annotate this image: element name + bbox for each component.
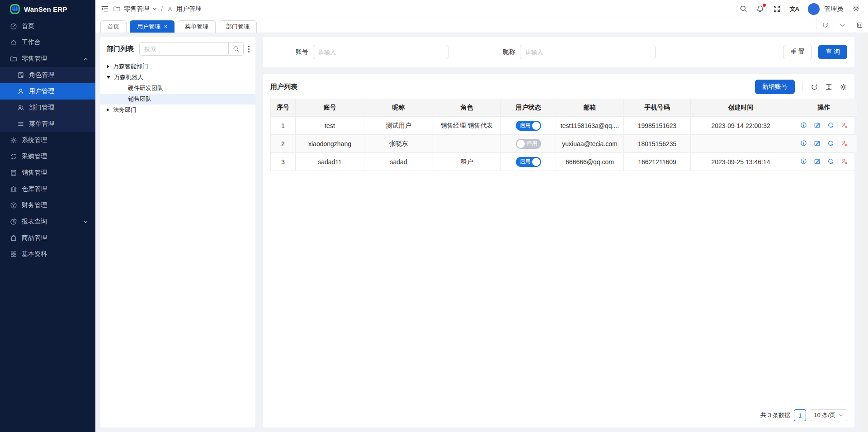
notification-dot <box>763 4 766 7</box>
table-row: 1 test 测试用户 销售经理 销售代表 启用 test1158163a@qq… <box>271 117 857 135</box>
department-tree: 万森智能部门 万森机器人 硬件研发团队 销售团队 法务部门 <box>100 61 255 115</box>
nickname-input[interactable] <box>520 45 656 59</box>
tab-menu-mgmt[interactable]: 菜单管理 <box>178 20 216 33</box>
remove-user-icon[interactable] <box>837 140 851 147</box>
sidebar-item-report-query[interactable]: 报表查询 <box>0 214 95 230</box>
page-size-select[interactable]: 10 条/页 <box>810 409 847 421</box>
user-table: 序号 账号 昵称 角色 用户状态 邮箱 手机号码 创建时间 操作 1 test <box>270 99 857 171</box>
add-account-button[interactable]: 新增账号 <box>755 80 795 94</box>
caret-down-icon[interactable] <box>107 76 110 79</box>
tree-item-wansen-smart[interactable]: 万森智能部门 <box>100 61 255 72</box>
col-status: 用户状态 <box>501 99 556 117</box>
sidebar-item-user-mgmt[interactable]: 用户管理 <box>0 83 95 100</box>
tab-close-icon[interactable]: × <box>164 24 167 29</box>
page-scrollbar[interactable] <box>861 33 868 432</box>
edit-icon[interactable] <box>810 158 824 165</box>
sidebar: WanSen ERP 首页 工作台 零售管理 角色管理 用户管理 <box>0 0 95 432</box>
col-email: 邮箱 <box>556 99 624 117</box>
pagination: 共 3 条数据 1 10 条/页 <box>760 409 847 421</box>
filter-card: 账号 昵称 重 置 查 询 <box>263 37 854 67</box>
status-toggle[interactable]: 停用 <box>516 139 541 149</box>
tree-item-sales-team[interactable]: 销售团队 <box>100 94 255 104</box>
fullscreen-icon[interactable] <box>773 5 781 13</box>
page-1-button[interactable]: 1 <box>794 409 806 421</box>
breadcrumb-root[interactable]: 零售管理 <box>124 5 149 13</box>
info-icon[interactable] <box>797 158 810 165</box>
sidebar-item-label: 首页 <box>22 22 34 30</box>
sidebar-item-sales-mgmt[interactable]: 销售管理 <box>0 165 95 181</box>
info-icon[interactable] <box>797 140 810 147</box>
sidebar-item-finance-mgmt[interactable]: 财务管理 <box>0 197 95 214</box>
department-search <box>139 42 244 56</box>
translate-icon[interactable]: 文A <box>790 5 799 13</box>
folder-icon <box>113 5 121 13</box>
app-name: WanSen ERP <box>24 5 67 13</box>
user-list-header: 用户列表 新增账号 <box>270 79 847 95</box>
department-panel-header: 部门列表 <box>100 42 255 61</box>
sidebar-item-retail[interactable]: 零售管理 <box>0 51 95 67</box>
tree-item-wansen-robot[interactable]: 万森机器人 <box>100 72 255 83</box>
col-created: 创建时间 <box>691 99 791 117</box>
user-name[interactable]: 管理员 <box>824 5 843 13</box>
sidebar-item-basic-data[interactable]: 基本资料 <box>0 246 95 262</box>
caret-right-icon[interactable] <box>107 65 109 68</box>
notification-bell-icon[interactable] <box>756 5 764 13</box>
status-toggle[interactable]: 启用 <box>516 157 541 167</box>
remove-user-icon[interactable] <box>837 158 851 165</box>
status-toggle[interactable]: 启用 <box>516 121 541 131</box>
reset-password-icon[interactable] <box>824 140 837 147</box>
tree-item-hardware-team[interactable]: 硬件研发团队 <box>100 83 255 94</box>
sidebar-item-warehouse-mgmt[interactable]: 仓库管理 <box>0 181 95 197</box>
sidebar-item-menu-mgmt[interactable]: 菜单管理 <box>0 116 95 132</box>
reset-password-icon[interactable] <box>824 122 837 128</box>
chevron-down-icon[interactable] <box>152 7 157 11</box>
search-icon <box>233 46 239 52</box>
col-phone: 手机号码 <box>624 99 691 117</box>
account-input[interactable] <box>313 45 448 59</box>
bank-icon <box>10 185 17 193</box>
sidebar-item-dept-mgmt[interactable]: 部门管理 <box>0 100 95 116</box>
sidebar-item-label: 销售管理 <box>22 169 47 177</box>
sidebar-item-role-mgmt[interactable]: 角色管理 <box>0 67 95 83</box>
search-icon[interactable] <box>740 5 747 13</box>
department-more-menu-icon[interactable] <box>247 46 250 52</box>
maximize-pane-icon[interactable] <box>851 18 868 33</box>
col-roles: 角色 <box>433 99 501 117</box>
tree-item-legal-dept[interactable]: 法务部门 <box>100 104 255 115</box>
table-row: 2 xiaodongzhang 张晓东 停用 yuxiuaa@tecia.com… <box>271 135 857 153</box>
sidebar-item-workbench[interactable]: 工作台 <box>0 34 95 51</box>
query-button[interactable]: 查 询 <box>818 45 847 59</box>
tab-dept-mgmt[interactable]: 部门管理 <box>219 20 257 33</box>
department-panel-title: 部门列表 <box>107 45 134 53</box>
settings-gear-icon[interactable] <box>852 5 860 13</box>
refresh-tab-icon[interactable] <box>816 18 834 33</box>
department-search-input[interactable] <box>139 42 228 56</box>
sidebar-item-purchase-mgmt[interactable]: 采购管理 <box>0 148 95 165</box>
sidebar-item-product-mgmt[interactable]: 商品管理 <box>0 230 95 246</box>
remove-user-icon[interactable] <box>837 122 851 128</box>
row-height-icon[interactable] <box>825 83 833 91</box>
table-refresh-icon[interactable] <box>811 83 818 91</box>
app-logo: WanSen ERP <box>0 0 95 18</box>
edit-icon[interactable] <box>810 140 824 147</box>
sidebar-submenu-retail: 角色管理 用户管理 部门管理 菜单管理 <box>0 67 95 132</box>
reset-button[interactable]: 重 置 <box>783 45 812 59</box>
tabs-chevron-down-icon[interactable] <box>834 18 851 33</box>
reset-password-icon[interactable] <box>824 158 837 165</box>
user-icon <box>17 88 24 95</box>
collapse-sidebar-icon[interactable] <box>101 5 108 13</box>
breadcrumb: 零售管理 / 用户管理 <box>113 5 202 13</box>
avatar[interactable] <box>808 3 820 15</box>
sidebar-item-system-mgmt[interactable]: 系统管理 <box>0 132 95 148</box>
column-settings-gear-icon[interactable] <box>840 83 847 91</box>
tab-home[interactable]: 首页 <box>100 20 127 33</box>
sidebar-item-home[interactable]: 首页 <box>0 18 95 34</box>
edit-icon[interactable] <box>810 122 824 128</box>
row-actions <box>797 158 851 165</box>
info-icon[interactable] <box>797 122 810 128</box>
sidebar-item-label: 部门管理 <box>29 104 54 112</box>
col-account: 账号 <box>296 99 364 117</box>
department-search-button[interactable] <box>228 42 244 56</box>
tab-user-mgmt[interactable]: 用户管理 × <box>130 20 175 33</box>
caret-right-icon[interactable] <box>107 108 109 112</box>
